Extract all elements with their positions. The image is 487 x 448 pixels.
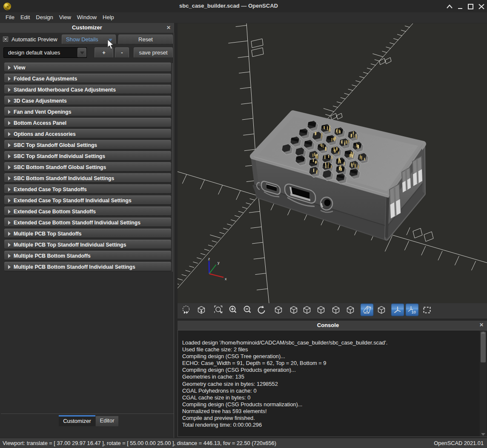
svg-text:x: x: [225, 277, 227, 281]
svg-text:z: z: [208, 257, 210, 261]
svg-text:y: y: [218, 261, 220, 265]
svg-text:10: 10: [412, 310, 416, 314]
